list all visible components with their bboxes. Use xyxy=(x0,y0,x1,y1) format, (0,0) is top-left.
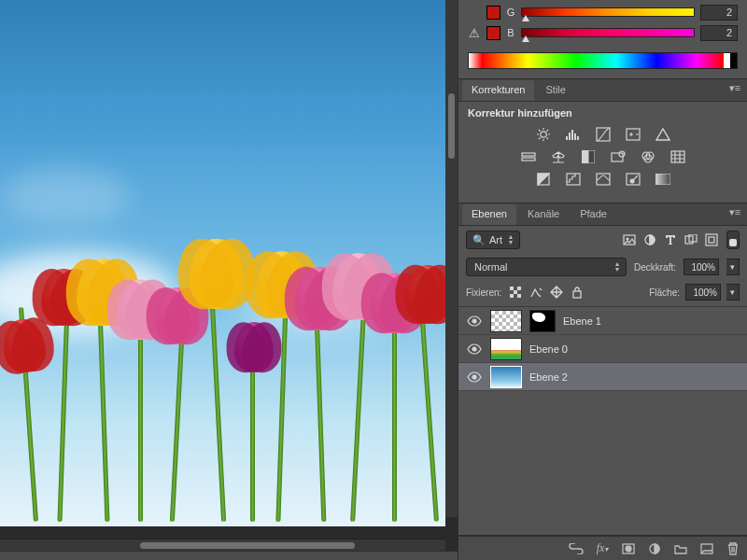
svg-rect-35 xyxy=(517,294,521,298)
gamut-warning-icon[interactable]: ⚠ xyxy=(468,26,481,40)
lock-all-icon[interactable] xyxy=(569,284,585,301)
svg-rect-31 xyxy=(510,287,514,290)
selective-color-icon[interactable] xyxy=(624,171,642,188)
tab-korrekturen[interactable]: Korrekturen xyxy=(462,80,534,101)
layer-thumbnail[interactable] xyxy=(490,310,522,332)
color-spectrum[interactable] xyxy=(468,52,738,69)
color-slider-b[interactable] xyxy=(521,28,695,37)
threshold-icon[interactable] xyxy=(594,171,613,188)
tab-pfade[interactable]: Pfade xyxy=(571,204,616,225)
pixel-filter-icon[interactable] xyxy=(620,231,639,249)
adjustment-filter-icon[interactable] xyxy=(641,231,659,249)
layer-row[interactable]: Ebene 2 xyxy=(458,363,747,391)
delete-layer-icon[interactable] xyxy=(725,540,741,557)
blend-mode-dropdown[interactable]: Normal ▴▾ xyxy=(466,258,627,276)
svg-rect-32 xyxy=(517,287,521,290)
channel-label: B xyxy=(506,27,515,38)
layer-row[interactable]: Ebene 1 xyxy=(458,307,747,335)
canvas-vertical-scrollbar[interactable] xyxy=(445,0,458,517)
gradient-map-icon[interactable] xyxy=(654,171,672,188)
search-icon: 🔍 xyxy=(472,234,486,246)
tab-stile[interactable]: Stile xyxy=(536,80,574,101)
visibility-eye-icon[interactable] xyxy=(466,341,483,357)
svg-point-25 xyxy=(627,238,628,240)
layer-name[interactable]: Ebene 0 xyxy=(529,343,568,355)
filter-toggle[interactable] xyxy=(726,231,740,249)
posterize-icon[interactable] xyxy=(564,171,583,188)
layer-thumbnail[interactable] xyxy=(490,338,522,360)
brightness-contrast-icon[interactable] xyxy=(534,126,553,143)
exposure-icon[interactable] xyxy=(624,126,642,143)
layer-mask-thumbnail[interactable] xyxy=(529,310,556,332)
svg-rect-10 xyxy=(582,150,588,163)
opacity-value[interactable]: 100% xyxy=(684,259,719,275)
svg-rect-1 xyxy=(566,136,568,140)
color-lookup-icon[interactable] xyxy=(669,148,687,165)
filter-label: Art xyxy=(489,234,502,245)
color-value-g[interactable]: 2 xyxy=(700,5,738,21)
visibility-eye-icon[interactable] xyxy=(466,369,483,385)
tab-ebenen[interactable]: Ebenen xyxy=(462,204,516,225)
svg-point-37 xyxy=(472,319,476,323)
panel-menu-icon[interactable]: ▾≡ xyxy=(726,206,743,223)
layer-row[interactable]: Ebene 0 xyxy=(458,335,747,363)
color-value-b[interactable]: 2 xyxy=(700,25,738,41)
panel-menu-icon[interactable]: ▾≡ xyxy=(726,82,743,99)
lock-label: Fixieren: xyxy=(466,287,501,298)
tab-kanaele[interactable]: Kanäle xyxy=(518,204,569,225)
invert-icon[interactable] xyxy=(534,171,553,188)
fill-value[interactable]: 100% xyxy=(685,284,721,301)
lock-transparent-icon[interactable] xyxy=(507,284,524,301)
smartobject-filter-icon[interactable] xyxy=(702,231,721,249)
color-swatch[interactable] xyxy=(486,6,500,20)
layers-bottom-bar: fx▾ xyxy=(458,536,747,560)
layer-list[interactable]: Ebene 1Ebene 0Ebene 2 xyxy=(458,307,747,466)
layer-filter-bar: 🔍 Art ▴▾ xyxy=(458,226,747,254)
canvas-viewport[interactable] xyxy=(0,0,458,539)
layer-name[interactable]: Ebene 1 xyxy=(563,315,601,327)
layer-thumbnail[interactable] xyxy=(490,366,522,388)
hue-sat-icon[interactable] xyxy=(519,148,538,165)
new-layer-icon[interactable] xyxy=(698,540,715,557)
levels-icon[interactable] xyxy=(564,126,583,143)
svg-rect-34 xyxy=(510,294,514,298)
color-balance-icon[interactable] xyxy=(549,148,568,165)
svg-rect-11 xyxy=(588,150,595,163)
tulip-row xyxy=(0,260,433,522)
color-slider-g[interactable] xyxy=(521,7,695,17)
layer-style-icon[interactable]: fx▾ xyxy=(594,540,611,557)
svg-rect-17 xyxy=(671,151,684,162)
opacity-flyout[interactable]: ▾ xyxy=(726,259,740,275)
svg-rect-3 xyxy=(571,130,573,140)
svg-rect-23 xyxy=(655,174,670,185)
layer-name[interactable]: Ebene 2 xyxy=(529,371,568,383)
new-adjustment-icon[interactable] xyxy=(646,540,663,557)
lock-position-icon[interactable] xyxy=(548,284,565,301)
visibility-eye-icon[interactable] xyxy=(466,313,483,329)
svg-point-41 xyxy=(626,546,631,552)
lock-image-icon[interactable] xyxy=(528,284,544,301)
curves-icon[interactable] xyxy=(594,126,613,143)
svg-point-38 xyxy=(472,347,476,351)
svg-point-13 xyxy=(619,151,625,157)
svg-rect-19 xyxy=(567,174,580,185)
fill-flyout[interactable]: ▾ xyxy=(726,284,740,301)
photo-filter-icon[interactable] xyxy=(609,148,627,165)
svg-point-0 xyxy=(540,132,545,137)
vibrance-icon[interactable] xyxy=(654,126,672,143)
layer-mask-icon[interactable] xyxy=(620,540,637,557)
shape-filter-icon[interactable] xyxy=(682,231,700,249)
bw-icon[interactable] xyxy=(579,148,598,165)
svg-rect-9 xyxy=(522,158,535,161)
type-filter-icon[interactable] xyxy=(661,231,680,249)
color-swatch[interactable] xyxy=(486,26,500,40)
canvas-status-bar xyxy=(0,551,458,560)
svg-point-39 xyxy=(472,375,476,379)
canvas-horizontal-scrollbar[interactable] xyxy=(0,539,445,551)
channel-mixer-icon[interactable] xyxy=(639,148,657,165)
layer-filter-type[interactable]: 🔍 Art ▴▾ xyxy=(466,231,520,249)
channel-label: G xyxy=(506,7,515,18)
new-group-icon[interactable] xyxy=(672,540,689,557)
color-channel-row-b: ⚠ B 2 xyxy=(468,22,738,43)
link-layers-icon[interactable] xyxy=(568,540,585,557)
